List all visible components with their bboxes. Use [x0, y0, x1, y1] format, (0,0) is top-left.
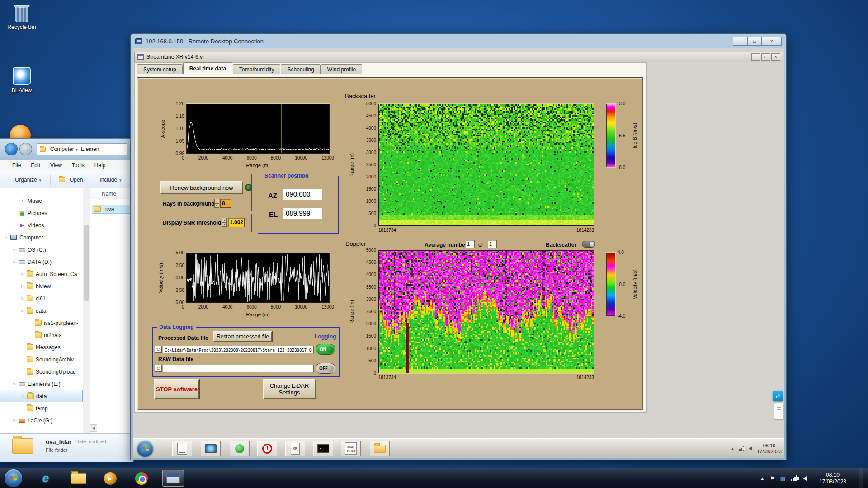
- velocity-plot[interactable]: [186, 253, 330, 303]
- ascope-plot[interactable]: [186, 104, 330, 154]
- remote-app-console[interactable]: >_: [313, 441, 333, 456]
- tree-item-cl61[interactable]: ▷cl61: [0, 292, 83, 305]
- teamviewer-handle-icon[interactable]: ⇄: [773, 391, 783, 401]
- menu-edit[interactable]: Edit: [31, 162, 40, 169]
- menu-tools[interactable]: Tools: [72, 162, 85, 169]
- renew-background-button[interactable]: Renew background now: [160, 181, 243, 194]
- vi-restore-button[interactable]: □: [761, 53, 770, 61]
- expander-icon[interactable]: ▷: [21, 296, 27, 300]
- backscatter-display-toggle[interactable]: [582, 241, 595, 248]
- tab-system-setup[interactable]: System setup: [137, 64, 183, 74]
- taskbar-media-player[interactable]: ▶: [100, 470, 120, 487]
- processed-logging-toggle[interactable]: ON: [316, 344, 335, 355]
- tree-item-blview[interactable]: ▷blview: [0, 280, 83, 292]
- taskbar-ie[interactable]: e: [36, 470, 56, 487]
- tree-item-soundingarchiv[interactable]: SoundingArchiv: [0, 353, 83, 366]
- remote-app-folder[interactable]: [370, 441, 390, 456]
- blview-icon[interactable]: BL-View: [7, 67, 36, 94]
- average-number-input[interactable]: [465, 240, 475, 248]
- rdp-close-button[interactable]: ×: [762, 37, 782, 46]
- rdp-titlebar[interactable]: 192.168.0.150 - Remote Desktop Connectio…: [133, 34, 783, 48]
- rays-spinner[interactable]: ▲▼: [214, 199, 219, 208]
- tree-item-iss1-purpleair-[interactable]: iss1-purpleair-: [0, 317, 83, 329]
- tree-item-messages[interactable]: Messages: [0, 341, 83, 353]
- remote-clock[interactable]: 08:10 17/08/2023: [757, 443, 782, 455]
- remote-app-green[interactable]: [230, 441, 250, 456]
- doppler-heatmap[interactable]: [378, 250, 594, 373]
- taskbar-rdp-active[interactable]: [162, 470, 184, 487]
- tab-temp-humidity[interactable]: Temp/humidity: [233, 64, 280, 74]
- address-bar[interactable]: Computer ▸ Elemen: [37, 143, 127, 155]
- volume-icon[interactable]: [749, 446, 752, 451]
- vi-titlebar[interactable]: StreamLine XR v14-6.vi – □ ×: [134, 52, 783, 62]
- remote-start-button[interactable]: [137, 441, 153, 457]
- breadcrumb-root[interactable]: Computer: [50, 146, 74, 152]
- back-button[interactable]: ←: [5, 143, 18, 155]
- tree-item-computer[interactable]: ▷Computer: [0, 231, 83, 244]
- teamviewer-tab[interactable]: [774, 403, 783, 419]
- menu-help[interactable]: Help: [94, 162, 106, 169]
- remote-app-display[interactable]: [201, 441, 221, 456]
- tray-expand-icon[interactable]: ▲: [760, 476, 764, 481]
- tree-item-elements-e-[interactable]: ▷Elements (E:): [0, 378, 83, 390]
- tree-item-videos[interactable]: ▶Videos: [0, 219, 83, 231]
- tab-wind-profile[interactable]: Wind profile: [321, 64, 362, 74]
- average-of-input[interactable]: [487, 240, 497, 248]
- remote-app-power[interactable]: [257, 441, 277, 456]
- el-value-input[interactable]: [283, 207, 322, 219]
- raw-path-browse[interactable]: C: [155, 365, 162, 372]
- rdp-minimize-button[interactable]: –: [733, 37, 747, 46]
- expander-icon[interactable]: ▷: [21, 284, 27, 288]
- stop-software-button[interactable]: STOP software: [154, 379, 199, 399]
- vi-minimize-button[interactable]: –: [751, 53, 760, 61]
- column-header-name[interactable]: Name: [90, 188, 133, 199]
- taskbar-explorer[interactable]: [69, 470, 89, 487]
- tree-item-data[interactable]: ▷data: [0, 390, 83, 402]
- tab-real-time-data[interactable]: Real time data: [183, 62, 232, 74]
- tree-scrollbar[interactable]: [83, 188, 90, 433]
- expander-icon[interactable]: ▷: [5, 235, 10, 239]
- tree-item-lacie-g-[interactable]: ▷LaCie (G:): [0, 414, 83, 427]
- open-button[interactable]: Open: [59, 177, 83, 183]
- file-item-uva[interactable]: uva_: [92, 205, 133, 214]
- snr-spinner[interactable]: ▲▼: [222, 218, 227, 227]
- menu-view[interactable]: View: [50, 162, 62, 169]
- tree-scrollbar-thumb[interactable]: [84, 225, 89, 301]
- tree-item-pictures[interactable]: ▦Pictures: [0, 207, 83, 219]
- organize-button[interactable]: Organize ▼: [15, 177, 42, 183]
- backscatter-heatmap[interactable]: [378, 104, 594, 226]
- menu-file[interactable]: File: [12, 162, 21, 169]
- tray-expand-icon[interactable]: ▲: [731, 446, 735, 451]
- tree-item-data[interactable]: ▷data: [0, 305, 83, 317]
- processed-path-browse[interactable]: C: [155, 346, 162, 353]
- recycle-bin-icon[interactable]: Recycle Bin: [7, 5, 36, 30]
- tree-item-m2hats[interactable]: m2hats: [0, 329, 83, 341]
- expander-icon[interactable]: ▷: [13, 382, 19, 386]
- breadcrumb-child[interactable]: Elemen: [81, 146, 99, 152]
- expander-icon[interactable]: ▷: [13, 260, 19, 264]
- expander-icon[interactable]: ▷: [13, 418, 19, 422]
- show-desktop-button[interactable]: [859, 468, 863, 488]
- remote-app-scan-sched[interactable]: Scansched: [341, 441, 361, 456]
- tree-item-data-d-[interactable]: ▷DATA (D:): [0, 256, 83, 268]
- processed-path-field[interactable]: [163, 346, 314, 353]
- snr-value[interactable]: 1.002: [228, 218, 245, 227]
- tree-item-os-c-[interactable]: ▷OS (C:): [0, 244, 83, 256]
- tree-item-music[interactable]: ♪Music: [0, 195, 83, 207]
- remote-app-xr[interactable]: XR: [285, 441, 305, 456]
- forward-button[interactable]: →: [19, 143, 32, 155]
- start-button[interactable]: [5, 469, 22, 487]
- expander-icon[interactable]: ▷: [22, 394, 27, 398]
- device-icon[interactable]: ▥: [780, 475, 785, 482]
- change-lidar-settings-button[interactable]: Change LiDAR Settings: [263, 379, 316, 399]
- expander-icon[interactable]: ▷: [21, 309, 27, 313]
- clock[interactable]: 08:10 17/08/2023: [812, 472, 854, 485]
- tree-item-soundingupload[interactable]: SoundingUpload: [0, 366, 83, 378]
- include-button[interactable]: Include ▼: [99, 177, 122, 183]
- remote-app-journal[interactable]: [172, 441, 192, 456]
- rays-value[interactable]: 8: [220, 199, 231, 208]
- expander-icon[interactable]: ▷: [21, 272, 27, 276]
- raw-path-field[interactable]: [163, 365, 314, 372]
- restart-processed-file-button[interactable]: Restart processed file: [213, 331, 272, 342]
- tab-scheduling[interactable]: Scheduling: [281, 64, 320, 74]
